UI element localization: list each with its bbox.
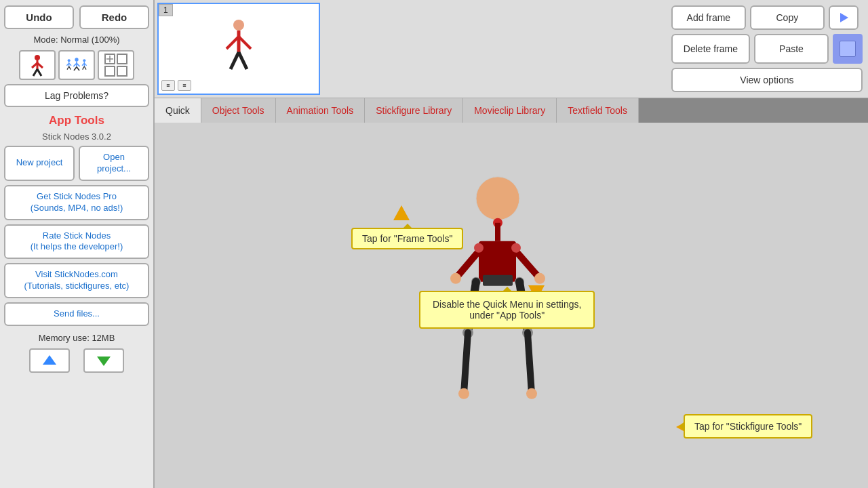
- svg-point-50: [474, 243, 484, 252]
- tab-animation-tools[interactable]: Animation Tools: [276, 98, 366, 123]
- memory-label: Memory use: 12MB: [39, 333, 115, 343]
- scroll-up-button[interactable]: [29, 348, 70, 373]
- tool-icon-row: [19, 50, 134, 80]
- tab-movieclip-library[interactable]: Movieclip Library: [463, 98, 557, 123]
- sidebar: Undo Redo Mode: Normal (100%): [0, 0, 155, 488]
- svg-line-59: [464, 332, 468, 393]
- svg-point-32: [233, 20, 244, 30]
- arrow-up-icon: [41, 352, 58, 369]
- svg-line-16: [74, 67, 77, 70]
- svg-point-0: [35, 55, 40, 60]
- mini-stickfigure: [212, 15, 266, 83]
- svg-point-48: [450, 272, 461, 283]
- frame-icon-2: ≡: [178, 80, 191, 91]
- main-area: 1 ≡ ≡ Add frame Copy: [155, 0, 868, 488]
- delete-paste-row: Delete frame Paste: [671, 34, 863, 64]
- frame-number-badge: 1: [159, 4, 173, 16]
- canvas-area[interactable]: Tap for "Frame Tools" Disable the Quick …: [155, 123, 868, 488]
- swatch-inner: [840, 41, 856, 57]
- svg-point-62: [526, 388, 537, 399]
- svg-marker-38: [840, 13, 848, 22]
- scroll-down-button[interactable]: [83, 348, 124, 373]
- svg-point-42: [476, 176, 519, 220]
- svg-rect-25: [117, 54, 127, 64]
- app-tools-version: Stick Nodes 3.0.2: [42, 131, 111, 142]
- svg-rect-26: [105, 66, 115, 76]
- group-figure-icon-btn[interactable]: [58, 50, 95, 80]
- svg-point-6: [68, 59, 71, 62]
- open-project-button[interactable]: Open project...: [79, 146, 149, 181]
- grid-icon: [104, 53, 128, 77]
- svg-point-12: [75, 58, 78, 61]
- tooltip-quick-menu: Disable the Quick Menu in settings, unde…: [419, 291, 595, 329]
- lag-problems-button[interactable]: Lag Problems?: [4, 84, 149, 107]
- tab-textfield-tools[interactable]: Textfield Tools: [557, 98, 639, 123]
- single-figure-icon: [25, 53, 50, 77]
- add-copy-row: Add frame Copy: [671, 5, 863, 30]
- copy-button[interactable]: Copy: [750, 5, 825, 30]
- svg-line-4: [33, 69, 37, 76]
- frame-controls-panel: Add frame Copy Delete frame Paste View o…: [671, 0, 868, 98]
- get-pro-button[interactable]: Get Stick Nodes Pro (Sounds, MP4, no ads…: [4, 185, 149, 220]
- new-project-button[interactable]: New project: [4, 146, 75, 181]
- svg-line-36: [231, 52, 239, 69]
- play-icon: [837, 12, 850, 24]
- tooltip-stickfig-tools: Tap for "Stickfigure Tools": [684, 414, 812, 439]
- svg-line-22: [83, 66, 85, 70]
- single-figure-icon-btn[interactable]: [19, 50, 56, 80]
- undo-button[interactable]: Undo: [4, 5, 74, 29]
- group-figure-icon: [64, 53, 89, 77]
- svg-line-37: [239, 52, 247, 69]
- delete-frame-button[interactable]: Delete frame: [671, 34, 750, 64]
- scroll-arrows: [29, 348, 124, 373]
- svg-rect-27: [117, 66, 127, 76]
- svg-point-18: [83, 59, 85, 62]
- tab-quick[interactable]: Quick: [155, 98, 201, 123]
- tab-stickfigure-library[interactable]: Stickfigure Library: [365, 98, 463, 123]
- rate-button[interactable]: Rate Stick Nodes (It helps the developer…: [4, 224, 149, 260]
- mode-label: Mode: Normal (100%): [33, 35, 119, 45]
- svg-line-34: [226, 37, 239, 49]
- svg-line-11: [69, 66, 71, 70]
- app-tools-title: App Tools: [49, 114, 104, 127]
- undo-redo-row: Undo Redo: [4, 5, 149, 29]
- svg-line-17: [77, 67, 79, 70]
- paste-button[interactable]: Paste: [754, 34, 829, 64]
- paste-color-swatch: [833, 34, 863, 64]
- visit-button[interactable]: Visit StickNodes.com (Tutorials, stickfi…: [4, 263, 149, 298]
- svg-line-23: [84, 66, 86, 70]
- svg-point-51: [511, 243, 521, 252]
- add-frame-button[interactable]: Add frame: [671, 5, 746, 30]
- svg-line-35: [239, 37, 251, 49]
- svg-line-5: [37, 69, 41, 76]
- svg-marker-31: [97, 357, 111, 366]
- frame-icon-1: ≡: [161, 80, 175, 91]
- svg-point-61: [458, 388, 469, 399]
- grid-icon-btn[interactable]: [98, 50, 134, 80]
- arrow-down-icon: [96, 352, 112, 369]
- svg-line-60: [528, 332, 532, 393]
- tooltip-frame-tools: Tap for "Frame Tools": [351, 228, 463, 249]
- frame-panel: 1 ≡ ≡: [157, 3, 320, 95]
- svg-line-10: [67, 66, 69, 70]
- play-button[interactable]: [829, 5, 859, 30]
- nav-tabs: Quick Object Tools Animation Tools Stick…: [155, 98, 868, 123]
- tab-object-tools[interactable]: Object Tools: [201, 98, 276, 123]
- send-files-button[interactable]: Send files...: [4, 302, 149, 326]
- svg-marker-30: [43, 355, 56, 365]
- redo-button[interactable]: Redo: [79, 5, 149, 29]
- top-bar: 1 ≡ ≡ Add frame Copy: [155, 0, 868, 98]
- view-options-button[interactable]: View options: [671, 68, 863, 92]
- frame-icons-row: ≡ ≡: [161, 80, 191, 91]
